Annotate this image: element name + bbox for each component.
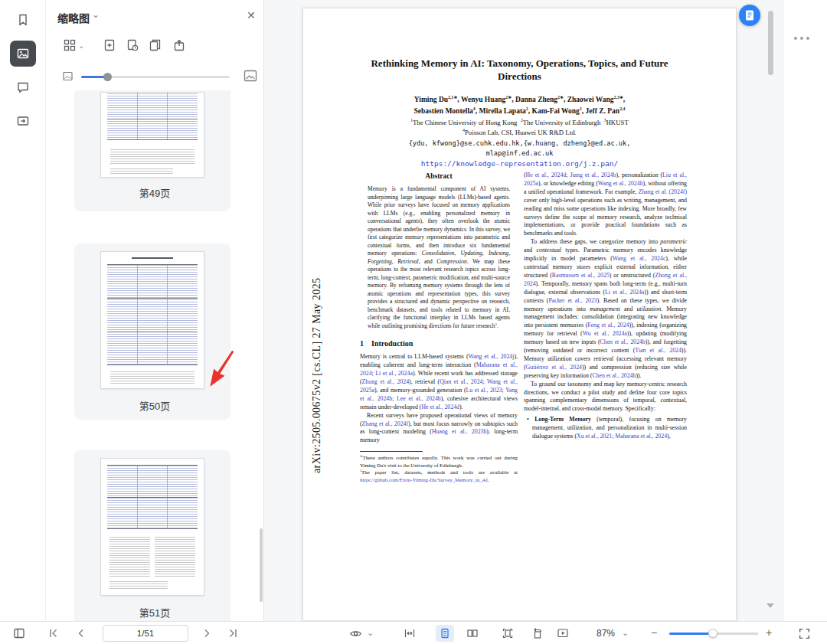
abstract-text: Memory is a fundamental component of AI … [368,185,510,330]
page-label-49: 第49页 [46,185,263,200]
thumb-caption-art [110,149,194,165]
zoom-caret-icon[interactable]: ⌄ [622,628,629,638]
thumbnail-toolbar: ⌄ [46,35,263,58]
page-thumbnail-49[interactable] [100,92,204,178]
citation-link[interactable]: Chen et al., 2024b [600,338,646,345]
bookmarks-panel-button[interactable] [10,7,36,33]
citation-link[interactable]: https://github.com/Elvin-Yiming-Du/Surve… [360,477,488,482]
rotate-page-button[interactable] [528,625,547,642]
export-panel-button[interactable] [10,108,36,134]
thumb-text-art [155,537,196,577]
reading-mode-caret-icon[interactable]: ⌄ [367,628,374,638]
page-history-icon[interactable] [126,38,139,52]
citation-link[interactable]: Rasmussen et al., 2025 [552,272,610,279]
previous-page-button[interactable] [75,627,87,639]
thumbnails-panel-button[interactable] [10,41,36,67]
zoom-slider-handle[interactable] [708,629,717,638]
citation-link[interactable]: Zhang et al. (2024f) [639,188,687,195]
affiliation-line2: 4Poisson Lab, CSI, Huawei UK R&D Ltd. [303,128,736,138]
citation-link[interactable]: Chen et al., 2024b [592,372,636,379]
citation-link[interactable]: Huang et al., 2023b [432,428,486,435]
footnote: ∗These authors contributes equally. This… [360,454,518,469]
zoom-out-button[interactable]: − [651,626,657,639]
large-thumbnail-icon [244,69,257,83]
homepage-link[interactable]: https://knowledge-representation.org/j.z… [303,159,736,168]
paper-title-line1: Rethinking Memory in AI: Taxonomy, Opera… [303,57,736,70]
thumb-text-art [110,581,168,589]
double-page-view-button[interactable] [463,625,482,642]
citation-link[interactable]: Qian et al., 2024 [440,378,482,385]
citation-link[interactable]: Wang et al., 2024c [613,255,666,262]
thumbnail-scrollbar[interactable] [260,528,263,602]
eye-icon [349,627,362,640]
reading-mode-button[interactable] [349,627,362,640]
presentation-button[interactable] [554,625,572,642]
fit-page-button[interactable] [498,625,517,642]
toggle-sidebar-button[interactable] [13,627,25,639]
scroll-down-icon[interactable] [767,603,774,608]
right-column: (He et al., 2024d; Jiang et al., 2024b),… [524,172,687,441]
first-page-button[interactable] [47,627,60,639]
citation-link[interactable]: Wang et al., 2024j [469,353,515,360]
fullscreen-button[interactable] [798,627,811,640]
close-panel-button[interactable]: ✕ [247,9,256,21]
zoom-slider[interactable] [669,633,758,635]
last-page-button[interactable] [227,627,239,639]
zoom-in-button[interactable]: + [766,626,772,639]
zoom-slider-fill [669,633,712,635]
next-page-button[interactable] [201,627,213,639]
citation-link[interactable]: Maharana et al., 2024 [615,433,667,440]
email-line1: {ydu, kfwong}@se.cuhk.edu.hk,{w.huang, d… [303,139,736,149]
vertical-scrollbar[interactable] [768,11,773,75]
footnote-rule [360,451,423,452]
thumbnails-icon [15,46,31,61]
paragraph: Memory is central to LLM-based systems (… [360,353,518,411]
thumbnail-size-slider[interactable] [81,76,230,78]
paragraph: To ground our taxonomy and map key memor… [524,381,687,414]
citation-link[interactable]: Wu et al., 2024a [583,330,627,337]
grid-caret-icon[interactable]: ⌄ [78,41,84,50]
citation-link[interactable]: Lee et al., 2024b [397,395,441,402]
export-page-icon[interactable] [172,38,186,52]
left-column: Abstract Memory is a fundamental compone… [360,172,518,483]
page-label-50: 第50页 [46,398,263,413]
citation-link[interactable]: Gutiérrez et al., 2024 [526,364,582,371]
panel-title: 缩略图 [57,10,90,25]
paragraph: Recent surveys have proposed operational… [360,412,518,446]
thumb-table-art [107,264,198,365]
citation-link[interactable]: Tian et al., 2024 [635,347,682,354]
layout-grid-icon[interactable] [63,38,77,52]
page-thumbnail-51[interactable] [100,458,204,596]
single-page-view-button[interactable] [436,625,454,642]
citation-link[interactable]: Li et al., 2024a [375,370,413,377]
citation-link[interactable]: Li et al., 2024a [605,289,644,296]
export-icon [15,113,31,129]
document-viewport: arXiv:2505.00675v2 [cs.CL] 27 May 2025 R… [264,0,783,621]
translate-floating-button[interactable] [739,5,760,26]
more-options-icon[interactable] [794,37,809,40]
citation-link[interactable]: Feng et al., 2024 [587,322,629,329]
citation-link[interactable]: Packer et al., 2023 [548,297,597,304]
citation-link[interactable]: Xu et al., 2021 [577,433,612,440]
citation-link[interactable]: Jiang et al., 2024b [570,172,616,178]
citation-link[interactable]: Zhang et al., 2024f [362,420,408,427]
thumb-caption-art [110,371,194,384]
page-number-input[interactable]: 1/51 [103,625,188,642]
citation-link[interactable]: He et al., 2024d [526,172,567,178]
footnote: 1The paper list, datasets, methods and t… [360,469,518,483]
citation-link[interactable]: Lu et al., 2023 [466,387,502,394]
fit-width-button[interactable] [400,625,419,642]
zoom-level-label[interactable]: 87% [597,628,615,639]
citation-link[interactable]: Zhong et al., 2024 [362,378,410,385]
insert-page-icon[interactable] [103,38,116,52]
bookmark-icon [15,12,31,28]
copy-page-icon[interactable] [149,38,162,52]
panel-title-caret-icon[interactable]: ⌄ [92,9,100,20]
thumbnail-size-slider-handle[interactable] [103,73,112,81]
citation-link[interactable]: He et al., 2024d [421,404,459,410]
citation-link[interactable]: Wang et al., 2024h [598,180,643,187]
paragraph: (He et al., 2024d; Jiang et al., 2024b),… [524,172,687,238]
page-thumbnail-50[interactable] [100,251,204,389]
comments-panel-button[interactable] [10,74,36,100]
comment-icon [15,80,31,95]
